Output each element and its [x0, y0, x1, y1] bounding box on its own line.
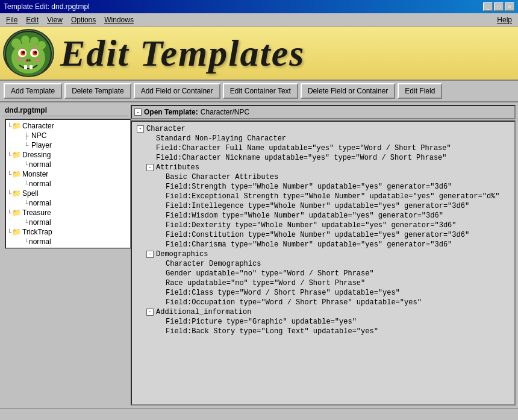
maximize-button[interactable]: □ — [494, 2, 504, 11]
tree-item-tricktrap[interactable]: └ 📁 TrickTrap — [7, 227, 129, 237]
content-line-text: Field:Dexterity type="Whole Number" upda… — [164, 221, 457, 230]
folder-icon-tricktrap: 📁 — [12, 228, 21, 236]
tree-item-player[interactable]: └ Player — [7, 140, 129, 150]
tree-label-dressing-normal: normal — [29, 160, 51, 169]
status-bar — [0, 408, 518, 420]
content-line[interactable]: -Demographics — [134, 249, 512, 259]
content-line-text: Field:Back Story type="Long Text" updata… — [164, 327, 379, 336]
tree-item-dressing-normal[interactable]: └ normal — [7, 160, 129, 169]
content-line[interactable]: Standard Non-Playing Character — [134, 134, 512, 143]
open-template-bar: - Open Template: Character/NPC — [131, 105, 516, 119]
delete-template-button[interactable]: Delete Template — [64, 83, 131, 99]
add-template-button[interactable]: Add Template — [4, 83, 62, 99]
tree-label-dressing: Dressing — [22, 151, 51, 159]
minimize-button[interactable]: _ — [483, 2, 493, 11]
content-line-text: Field:Wisdom type="Whole Number" updatab… — [164, 212, 445, 220]
svg-point-15 — [22, 51, 25, 54]
tree-item-treasure[interactable]: └ 📁 Treasure — [7, 208, 129, 218]
tree-item-spell[interactable]: └ 📁 Spell — [7, 189, 129, 198]
folder-icon-spell: 📁 — [12, 189, 21, 198]
menu-options[interactable]: Options — [67, 14, 99, 25]
content-line-text: Additional_information — [155, 308, 252, 316]
content-line[interactable]: Field:Occupation type="Word / Short Phra… — [134, 298, 512, 307]
content-line-text: Field:Character Full Name updatable="yes… — [155, 144, 452, 152]
content-line-text: Race updatable="no" type="Word / Short P… — [164, 279, 366, 287]
close-button[interactable]: × — [505, 2, 514, 11]
content-line[interactable]: Field:Intellegence type="Whole Number" u… — [134, 201, 512, 211]
svg-point-10 — [36, 58, 39, 62]
menu-view[interactable]: View — [43, 14, 66, 25]
content-line[interactable]: Field:Strength type="Whole Number" updat… — [134, 182, 512, 192]
content-line-text: Field:Occupation type="Word / Short Phra… — [164, 298, 423, 307]
content-line[interactable]: Field:Charisma type="Whole Number" updat… — [134, 240, 512, 249]
content-line[interactable]: Gender updatable="no" type="Word / Short… — [134, 269, 512, 278]
content-line-text: Field:Class type="Word / Short Phrase" u… — [164, 289, 401, 297]
tree-label-monster: Monster — [22, 170, 48, 178]
file-label: dnd.rpgtmpl — [2, 105, 128, 116]
open-template-expand[interactable]: - — [134, 108, 142, 116]
expand-button[interactable]: - — [146, 309, 154, 316]
content-line-text: Demographics — [155, 250, 209, 259]
content-line[interactable]: Field:Exceptional Strength type="Whole N… — [134, 192, 512, 201]
folder-icon-dressing: 📁 — [12, 151, 21, 159]
menu-windows[interactable]: Windows — [101, 14, 137, 25]
content-line[interactable]: -Additional_information — [134, 307, 512, 317]
edit-container-text-button[interactable]: Edit Container Text — [223, 83, 298, 99]
menu-file[interactable]: File — [2, 14, 21, 25]
svg-point-2 — [11, 39, 21, 48]
content-line[interactable]: Basic Character Attributes — [134, 172, 512, 182]
content-line-text: Basic Character Attributes — [164, 173, 279, 181]
tree-label-treasure: Treasure — [22, 208, 51, 217]
add-field-container-button[interactable]: Add Field or Container — [134, 83, 220, 99]
tree-item-character[interactable]: └ 📁 Character — [7, 121, 129, 131]
banner-logo — [3, 29, 54, 77]
tree-item-spell-normal[interactable]: └ normal — [7, 198, 129, 208]
content-line[interactable]: -Character — [134, 124, 512, 134]
expand-button[interactable]: - — [137, 125, 144, 133]
content-line[interactable]: Field:Class type="Word / Short Phrase" u… — [134, 288, 512, 298]
title-bar: Template Edit: dnd.rpgtmpl _ □ × — [0, 0, 518, 13]
content-line-text: Field:Constitution type="Whole Number" u… — [164, 231, 470, 239]
menu-edit[interactable]: Edit — [22, 14, 42, 25]
content-line[interactable]: -Attributes — [134, 163, 512, 172]
tree-item-monster[interactable]: └ 📁 Monster — [7, 169, 129, 179]
expand-button[interactable]: - — [146, 164, 154, 171]
content-line[interactable]: Field:Picture type="Graphic" updatable="… — [134, 317, 512, 327]
tree-label-monster-normal: normal — [29, 180, 51, 188]
content-line-text: Field:Intellegence type="Whole Number" u… — [164, 202, 470, 210]
edit-field-button[interactable]: Edit Field — [398, 83, 442, 99]
banner-title: Edit Templates — [60, 32, 305, 75]
folder-icon-character: 📁 — [12, 122, 21, 130]
content-line[interactable]: Field:Constitution type="Whole Number" u… — [134, 230, 512, 240]
content-line[interactable]: Field:Back Story type="Long Text" updata… — [134, 327, 512, 336]
content-line-text: Field:Strength type="Whole Number" updat… — [164, 183, 453, 191]
content-area[interactable]: -CharacterStandard Non-Playing Character… — [131, 121, 516, 406]
menu-help[interactable]: Help — [493, 14, 516, 25]
expand-button[interactable]: - — [146, 251, 154, 258]
svg-point-20 — [27, 60, 28, 61]
tree-label-npc: NPC — [31, 131, 46, 140]
open-template-label: Open Template: — [144, 108, 198, 116]
svg-point-21 — [29, 60, 31, 61]
main-area: dnd.rpgtmpl └ 📁 Character ├ NPC └ Playe — [0, 102, 518, 408]
content-line[interactable]: Field:Wisdom type="Whole Number" updatab… — [134, 211, 512, 221]
tree-item-dressing[interactable]: └ 📁 Dressing — [7, 150, 129, 160]
window-title: Template Edit: dnd.rpgtmpl — [4, 2, 90, 11]
tree-item-npc[interactable]: ├ NPC — [7, 131, 129, 140]
tree-item-monster-normal[interactable]: └ normal — [7, 179, 129, 189]
toolbar: Add Template Delete Template Add Field o… — [0, 81, 518, 102]
tree-label-tricktrap: TrickTrap — [22, 228, 52, 236]
content-line[interactable]: Field:Character Nickname updatable="yes"… — [134, 153, 512, 163]
content-line[interactable]: Race updatable="no" type="Word / Short P… — [134, 278, 512, 288]
content-line[interactable]: Field:Character Full Name updatable="yes… — [134, 143, 512, 153]
content-line[interactable]: Character Demographics — [134, 259, 512, 269]
folder-icon-treasure: 📁 — [12, 208, 21, 217]
tree-panel[interactable]: └ 📁 Character ├ NPC └ Player └ � — [5, 119, 131, 249]
title-bar-buttons: _ □ × — [483, 2, 514, 11]
content-line-text: Character — [145, 125, 187, 133]
delete-field-container-button[interactable]: Delete Field or Container — [301, 83, 395, 99]
content-line[interactable]: Field:Dexterity type="Whole Number" upda… — [134, 221, 512, 230]
content-line-text: Field:Character Nickname updatable="yes"… — [155, 154, 448, 162]
tree-item-treasure-normal[interactable]: └ normal — [7, 218, 129, 227]
tree-item-tricktrap-normal[interactable]: └ normal — [7, 237, 129, 246]
